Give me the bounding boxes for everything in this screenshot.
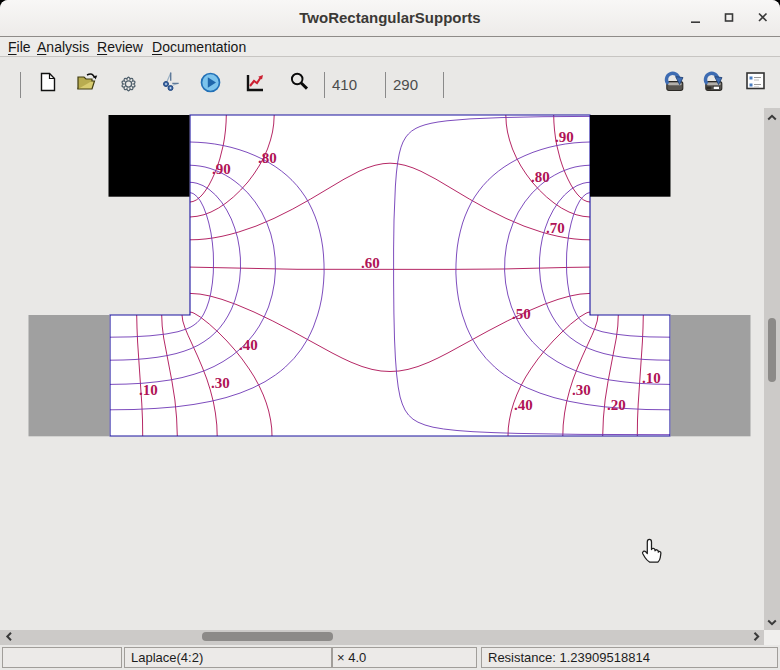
svg-text:.20: .20	[607, 397, 626, 413]
svg-text:.50: .50	[512, 306, 531, 322]
svg-text:.90: .90	[555, 129, 574, 145]
svg-text:.10: .10	[642, 370, 661, 386]
svg-text:.30: .30	[211, 375, 230, 391]
svg-text:.30: .30	[572, 382, 591, 398]
svg-text:.60: .60	[361, 255, 380, 271]
svg-text:.80: .80	[258, 150, 277, 166]
svg-text:.40: .40	[514, 397, 533, 413]
svg-text:.90: .90	[212, 161, 231, 177]
svg-text:.10: .10	[139, 382, 158, 398]
svg-text:.70: .70	[546, 220, 565, 236]
svg-text:.80: .80	[531, 169, 550, 185]
svg-text:.40: .40	[239, 337, 258, 353]
